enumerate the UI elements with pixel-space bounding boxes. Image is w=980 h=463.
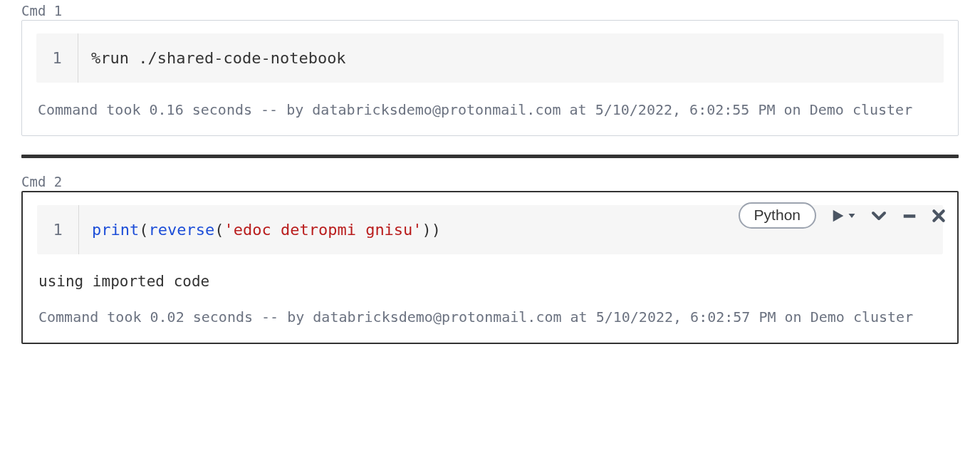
minimize-button[interactable] bbox=[902, 208, 917, 224]
run-button[interactable] bbox=[830, 208, 856, 224]
language-pill[interactable]: Python bbox=[739, 202, 816, 229]
line-number: 1 bbox=[52, 49, 61, 67]
code-token-fn: print bbox=[92, 221, 139, 239]
cell-divider[interactable] bbox=[21, 155, 959, 158]
svg-rect-2 bbox=[904, 214, 916, 218]
cell-label: Cmd 2 bbox=[21, 174, 959, 189]
code-editor[interactable]: 1 %run ./shared-code-notebook bbox=[36, 33, 944, 83]
minus-icon bbox=[902, 208, 917, 224]
code-content[interactable]: %run ./shared-code-notebook bbox=[78, 33, 944, 83]
code-token: ( bbox=[139, 221, 148, 239]
execution-status: Command took 0.16 seconds -- by databric… bbox=[38, 98, 944, 121]
close-button[interactable] bbox=[932, 209, 946, 223]
code-token: ( bbox=[214, 221, 224, 239]
line-number: 1 bbox=[53, 221, 62, 239]
code-token-string: 'edoc detropmi gnisu' bbox=[224, 221, 422, 239]
cell-toolbar: Python bbox=[739, 202, 946, 229]
caret-down-icon bbox=[848, 212, 856, 220]
notebook-cell[interactable]: 1 %run ./shared-code-notebook Command to… bbox=[21, 20, 959, 136]
play-icon bbox=[830, 208, 846, 224]
svg-marker-1 bbox=[849, 214, 855, 218]
expand-down-button[interactable] bbox=[870, 207, 887, 224]
code-token: )) bbox=[422, 221, 442, 239]
cell-output: using imported code bbox=[38, 273, 943, 290]
line-gutter: 1 bbox=[36, 33, 78, 83]
code-text: %run ./shared-code-notebook bbox=[91, 49, 346, 67]
execution-status: Command took 0.02 seconds -- by databric… bbox=[38, 306, 943, 328]
notebook-cell-active[interactable]: Python 1 print(reverse('edoc detropmi gn… bbox=[21, 191, 959, 344]
chevron-down-icon bbox=[870, 207, 887, 224]
cell-label: Cmd 1 bbox=[21, 3, 959, 19]
line-gutter: 1 bbox=[37, 205, 79, 254]
close-icon bbox=[932, 209, 946, 223]
svg-marker-0 bbox=[833, 209, 844, 222]
code-token-fn: reverse bbox=[148, 221, 214, 239]
